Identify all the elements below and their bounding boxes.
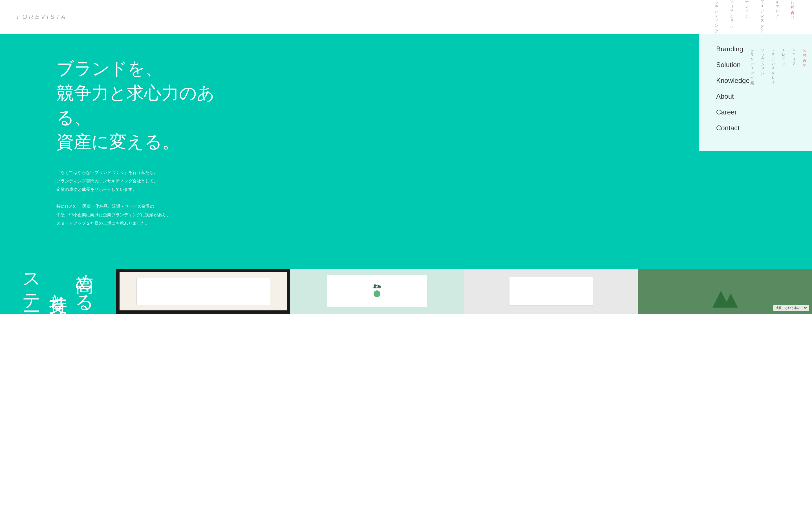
dropdown-sub-about[interactable]: フォアビスタとは — [771, 47, 775, 140]
dropdown-item-about[interactable]: About — [716, 92, 750, 100]
dropdown-item-branding[interactable]: Branding — [716, 45, 750, 53]
bottom-text-1: ステー — [23, 261, 41, 302]
logo-text: FOREVISTA — [17, 13, 67, 20]
desc1-line2: ブランディング専門のコンサルティング会社として、 — [57, 177, 240, 185]
bottom-images: 北海 成長、という名のERP — [116, 269, 812, 314]
dropdown-item-contact[interactable]: Contact — [716, 124, 750, 132]
headline-line1: ブランドを、 — [57, 56, 240, 81]
hero-headline: ブランドを、 競争力と求心力のある、 資産に変える。 — [57, 56, 240, 154]
desc2-line2: 中堅・中小企業に向けた企業ブランディングに実績があり、 — [57, 210, 240, 219]
nav-item-contact[interactable]: お問い合わせ — [790, 0, 795, 18]
hero-section: ブランドを、 競争力と求心力のある、 資産に変える。 「なくてはならないブランド… — [0, 34, 812, 250]
bottom-image-erp[interactable]: 成長、という名のERP — [638, 269, 812, 314]
nav-item-knowledge[interactable]: ナレッジ — [744, 0, 749, 17]
bottom-image-book[interactable] — [116, 269, 290, 314]
headline-line2: 競争力と求心力のある、 — [57, 81, 240, 130]
dropdown-item-solution[interactable]: Solution — [716, 61, 750, 69]
dropdown-sub-career[interactable]: キャリア — [791, 47, 796, 140]
desc2-line3: スタートアップ２社様の上場にも携わりました。 — [57, 219, 240, 227]
dropdown-sub-knowledge[interactable]: ナレッジ — [781, 47, 786, 140]
main-nav: ブランディング実績 ソリューション ナレッジ フォアビスタとは キャリア お問い… — [714, 0, 795, 36]
dropdown-item-knowledge[interactable]: Knowledge — [716, 77, 750, 85]
dropdown-sub-contact[interactable]: お問い合わせ — [802, 47, 807, 140]
headline-line3: 資産に変える。 — [57, 130, 240, 154]
nav-item-career[interactable]: キャリア — [775, 0, 780, 17]
hero-description2: 特にIT／XT、医薬・化粧品、流通・サービス業界の 中堅・中小企業に向けた企業ブ… — [57, 202, 240, 227]
dropdown-item-career[interactable]: Career — [716, 108, 750, 116]
bottom-image-milk[interactable]: 北海 — [290, 269, 464, 314]
nav-item-about[interactable]: フォアビスタとは — [760, 0, 765, 36]
bottom-text: ステー 支持と 高める — [0, 250, 116, 314]
dropdown-menu: Branding Solution Knowledge About Career… — [699, 34, 812, 151]
bottom-text-3: 高める — [75, 261, 94, 302]
bottom-text-2: 支持と — [49, 282, 67, 302]
dropdown-menu-left: Branding Solution Knowledge About Career… — [716, 45, 750, 140]
dropdown-menu-right: ブランディング実績 ソリューション フォアビスタとは ナレッジ キャリア お問い… — [750, 45, 807, 140]
dropdown-sub-solution[interactable]: ソリューション — [760, 47, 765, 140]
desc2-line1: 特にIT／XT、医薬・化粧品、流通・サービス業界の — [57, 202, 240, 210]
desc1-line3: 企業の成功と成長をサポートしています。 — [57, 185, 240, 194]
bottom-section: ステー 支持と 高める 北海 成長、という名のERP — [0, 250, 812, 314]
dropdown-sub-branding[interactable]: ブランディング実績 — [750, 47, 754, 140]
bottom-image-white-product[interactable] — [464, 269, 638, 314]
hero-content: ブランドを、 競争力と求心力のある、 資産に変える。 「なくてはならないブランド… — [57, 56, 240, 227]
desc1-line1: 「なくてはならないブランドづくり」を行う私たち。 — [57, 168, 240, 177]
logo[interactable]: FOREVISTA — [17, 13, 67, 21]
hero-description: 「なくてはならないブランドづくり」を行う私たち。 ブランディング専門のコンサルテ… — [57, 168, 240, 194]
nav-item-solution[interactable]: ソリューション — [729, 0, 734, 27]
header: FOREVISTA ブランディング実績 ソリューション ナレッジ フォアビスタと… — [0, 0, 812, 34]
nav-item-branding[interactable]: ブランディング実績 — [714, 0, 719, 32]
erp-label: 成長、という名のERP — [773, 305, 809, 311]
